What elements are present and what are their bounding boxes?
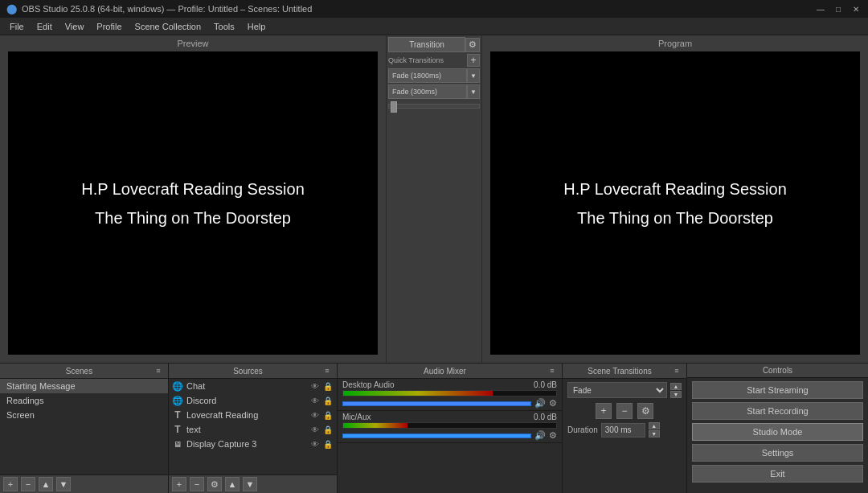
sources-menu-icon[interactable]: ≡ [322,366,332,376]
menu-edit[interactable]: Edit [31,20,59,33]
source-eye-icon[interactable]: 👁 [309,438,321,450]
menu-tools[interactable]: Tools [207,20,241,33]
mic-audio-label: Mic/Aux [342,413,371,421]
source-item-discord[interactable]: 🌐 Discord 👁 🔒 [169,393,337,408]
sources-down-button[interactable]: ▼ [243,477,257,491]
transition-panel: Transition ⚙ Quick Transitions + Fade (1… [386,35,482,363]
transition-slider-thumb[interactable] [391,101,397,113]
menu-profile[interactable]: Profile [90,20,128,33]
source-item-chat[interactable]: 🌐 Chat 👁 🔒 [169,379,337,393]
audio-menu-icon[interactable]: ≡ [547,366,557,376]
source-item-text[interactable]: T text 👁 🔒 [169,422,337,437]
start-recording-button[interactable]: Start Recording [692,402,863,420]
transitions-dropdown[interactable]: Fade [567,382,667,398]
quick-transitions-add-button[interactable]: + [467,54,480,67]
source-item-lovecraft[interactable]: T Lovecraft Reading 👁 🔒 [169,408,337,422]
scenes-remove-button[interactable]: − [21,477,35,491]
fade1-dropdown[interactable]: Fade (1800ms) [388,68,467,83]
studio-mode-button[interactable]: Studio Mode [692,423,863,441]
mic-audio-db: 0.0 dB [534,413,557,421]
scenes-header: Scenes ≡ [0,364,168,379]
sources-add-button[interactable]: + [172,477,186,491]
sources-up-button[interactable]: ▲ [225,477,240,491]
scenes-panel: Scenes ≡ Starting Message Readings Scree… [0,364,169,493]
transitions-menu-icon[interactable]: ≡ [672,366,682,376]
scenes-down-button[interactable]: ▼ [56,477,71,491]
app-icon: ⬤ [6,3,17,14]
titlebar-title: OBS Studio 25.0.8 (64-bit, windows) — Pr… [22,4,312,14]
source-lock-icon[interactable]: 🔒 [322,395,334,406]
menu-help[interactable]: Help [241,20,272,33]
duration-row: Duration ▲ ▼ [563,421,686,439]
fade2-dropdown[interactable]: Fade (300ms) [388,84,467,99]
transition-gear-icon[interactable]: ⚙ [465,38,480,52]
source-name-discord: Discord [186,396,306,405]
mic-settings-icon[interactable]: ⚙ [549,430,557,441]
source-lock-icon[interactable]: 🔒 [322,380,334,392]
duration-input[interactable] [601,423,645,438]
duration-label: Duration [567,425,598,434]
sources-settings-button[interactable]: ⚙ [207,477,222,491]
menu-scene-collection[interactable]: Scene Collection [129,20,208,33]
exit-button[interactable]: Exit [692,465,863,483]
scenes-menu-icon[interactable]: ≡ [154,366,163,376]
fade1-arrow-icon[interactable]: ▼ [467,68,480,83]
desktop-settings-icon[interactable]: ⚙ [549,398,557,409]
transition-button[interactable]: Transition [388,37,465,52]
desktop-mute-icon[interactable]: 🔊 [534,398,546,409]
duration-up-arrow[interactable]: ▲ [649,422,660,429]
scene-item[interactable]: Screen [0,408,168,422]
mic-audio-controls: 🔊 ⚙ [342,430,557,441]
menubar: File Edit View Profile Scene Collection … [0,18,868,35]
controls-content: Start Streaming Start Recording Studio M… [687,378,868,493]
source-eye-icon[interactable]: 👁 [309,380,321,392]
scenes-up-button[interactable]: ▲ [39,477,53,491]
scenes-add-button[interactable]: + [3,477,18,491]
audio-channel-mic: Mic/Aux 0.0 dB 🔊 ⚙ [338,411,562,443]
bottom-area: Scenes ≡ Starting Message Readings Scree… [0,363,868,493]
minimize-button[interactable]: — [815,3,826,14]
duration-down-arrow[interactable]: ▼ [649,430,660,438]
source-lock-icon[interactable]: 🔒 [322,438,334,450]
audio-panel: Audio Mixer ≡ Desktop Audio 0.0 dB 🔊 ⚙ [338,364,563,493]
desktop-volume-slider[interactable] [342,401,531,406]
mic-volume-slider[interactable] [342,433,531,438]
sources-remove-button[interactable]: − [190,477,204,491]
source-lock-icon[interactable]: 🔒 [322,424,334,435]
sources-panel: Sources ≡ 🌐 Chat 👁 🔒 🌐 Discord 👁 🔒 [169,364,338,493]
transitions-down-arrow[interactable]: ▼ [670,391,682,398]
close-button[interactable]: ✕ [850,3,862,14]
transitions-add-button[interactable]: + [596,403,612,419]
sources-header: Sources ≡ [169,364,337,379]
source-lock-icon[interactable]: 🔒 [322,409,334,421]
source-eye-icon[interactable]: 👁 [309,424,321,435]
fade2-arrow-icon[interactable]: ▼ [467,84,480,99]
source-text-icon: T [172,424,183,435]
transitions-gear-button[interactable]: ⚙ [637,403,653,419]
scenes-list: Starting Message Readings Screen [0,379,168,475]
controls-header: Controls [687,364,868,378]
scene-item[interactable]: Starting Message [0,379,168,393]
duration-arrows: ▲ ▼ [649,422,660,438]
menu-file[interactable]: File [3,20,31,33]
audio-header: Audio Mixer ≡ [338,364,562,379]
start-streaming-button[interactable]: Start Streaming [692,381,863,399]
source-name-chat: Chat [186,381,306,391]
transitions-remove-button[interactable]: − [616,403,633,419]
program-panel: Program H.P Lovecraft Reading Session Th… [482,35,868,363]
transitions-up-arrow[interactable]: ▲ [670,383,682,390]
scenes-footer: + − ▲ ▼ [0,475,168,493]
program-label: Program [482,35,868,51]
source-item-display[interactable]: 🖥 Display Capture 3 👁 🔒 [169,437,337,451]
maximize-button[interactable]: □ [833,3,844,14]
mic-mute-icon[interactable]: 🔊 [534,430,546,441]
menu-view[interactable]: View [59,20,91,33]
scene-item[interactable]: Readings [0,393,168,408]
titlebar: ⬤ OBS Studio 25.0.8 (64-bit, windows) — … [0,0,868,18]
source-eye-icon[interactable]: 👁 [309,395,321,406]
source-eye-icon[interactable]: 👁 [309,409,321,421]
settings-button[interactable]: Settings [692,444,863,462]
program-screen: H.P Lovecraft Reading Session The Thing … [490,51,860,355]
quick-transitions-label: Quick Transitions [388,56,444,64]
preview-line2: The Thing on The Doorstep [95,203,291,232]
